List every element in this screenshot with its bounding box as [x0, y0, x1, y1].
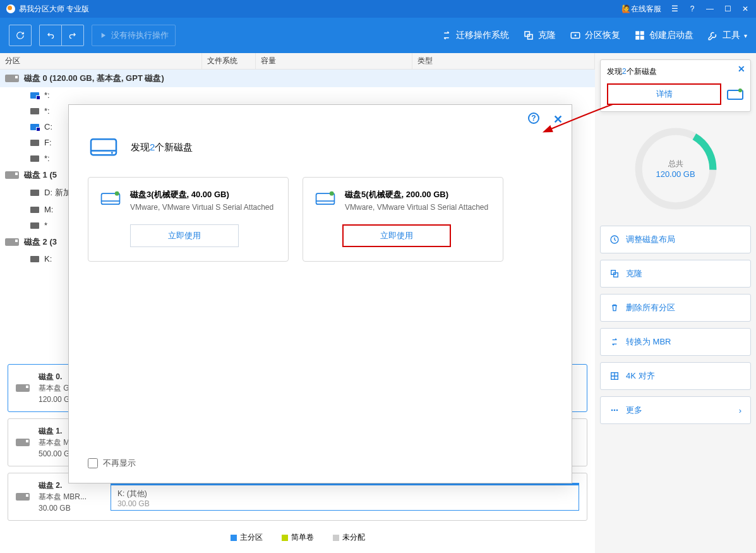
- clone-button[interactable]: 克隆: [523, 30, 556, 41]
- partition-icon: [30, 124, 39, 130]
- partition-icon: [30, 222, 39, 229]
- legend-primary-swatch: [231, 535, 237, 541]
- partition-icon: [30, 108, 39, 114]
- svg-point-20: [111, 152, 113, 154]
- svg-rect-4: [640, 31, 644, 35]
- svg-point-15: [611, 410, 613, 411]
- boot-disk-button[interactable]: 创建启动盘: [634, 30, 693, 41]
- migrate-os-button[interactable]: 迁移操作系统: [441, 30, 509, 41]
- col-type: 类型: [412, 53, 595, 69]
- new-disk-notification: ✕ 发现2个新磁盘 详情: [600, 59, 751, 112]
- more-button[interactable]: 更多 ›: [600, 396, 751, 424]
- drive-icon: [100, 189, 121, 212]
- execute-button[interactable]: 没有待执行操作: [92, 25, 176, 46]
- svg-rect-3: [635, 31, 639, 35]
- clone-disk-button[interactable]: 克隆: [600, 260, 751, 288]
- online-service-link[interactable]: 🙋在线客服: [621, 4, 661, 15]
- disk-name: 磁盘5(机械硬盘, 200.00 GB): [345, 189, 488, 200]
- use-now-button[interactable]: 立即使用: [342, 224, 451, 247]
- 4k-align-button[interactable]: 4K 对齐: [600, 362, 751, 390]
- disk-name: 磁盘3(机械硬盘, 40.00 GB): [130, 189, 273, 200]
- chevron-down-icon: ▾: [744, 32, 747, 39]
- svg-point-23: [115, 191, 119, 196]
- redo-button[interactable]: [61, 25, 84, 46]
- col-partition: 分区: [0, 53, 202, 69]
- app-logo-icon: [6, 4, 15, 13]
- partition-row[interactable]: *:: [0, 87, 595, 103]
- pending-label: 没有待执行操作: [111, 30, 169, 41]
- partition-icon: [30, 92, 39, 99]
- legend-simple-swatch: [282, 535, 288, 541]
- usage-donut: 总共 120.00 GB: [632, 125, 720, 213]
- disk-icon: [5, 75, 19, 82]
- disk-icon: [16, 384, 30, 392]
- legend: 主分区 简单卷 未分配: [8, 527, 587, 548]
- dont-show-label: 不再显示: [103, 458, 136, 469]
- disk-icon: [16, 439, 30, 446]
- undo-button[interactable]: [39, 25, 61, 46]
- partition-icon: [30, 190, 39, 196]
- menu-icon[interactable]: ☰: [670, 4, 679, 13]
- maximize-button[interactable]: ☐: [723, 4, 732, 13]
- svg-rect-6: [640, 36, 644, 40]
- partition-bar[interactable]: K: (其他) 30.00 GB: [111, 483, 579, 511]
- drive-large-icon: [88, 130, 119, 164]
- svg-point-17: [616, 410, 618, 411]
- partition-icon: [30, 155, 39, 162]
- adjust-layout-button[interactable]: 调整磁盘布局: [600, 226, 751, 253]
- tools-button[interactable]: 工具 ▾: [707, 30, 747, 41]
- partition-icon: [30, 256, 39, 262]
- col-capacity: 容量: [256, 53, 412, 69]
- partition-icon: [30, 140, 39, 146]
- new-disk-card: 磁盘5(机械硬盘, 200.00 GB) VMware, VMware Virt…: [303, 177, 503, 262]
- column-headers: 分区 文件系统 容量 类型: [0, 53, 595, 70]
- titlebar: 易我分区大师 专业版 🙋在线客服 ☰ ? — ☐ ✕: [0, 0, 756, 18]
- convert-mbr-button[interactable]: 转换为 MBR: [600, 328, 751, 356]
- disk-row[interactable]: 磁盘 0 (120.00 GB, 基本盘, GPT 磁盘): [0, 70, 595, 87]
- minimize-button[interactable]: —: [705, 4, 714, 13]
- svg-point-26: [330, 191, 334, 196]
- help-icon[interactable]: ?: [688, 4, 697, 13]
- dialog-help-icon[interactable]: ?: [528, 112, 539, 124]
- drive-icon: [315, 189, 336, 212]
- app-title: 易我分区大师 专业版: [19, 4, 89, 15]
- legend-unalloc-swatch: [333, 535, 339, 541]
- disk-icon: [16, 493, 30, 501]
- disk-icon: [5, 171, 19, 179]
- svg-point-16: [614, 410, 616, 411]
- new-disk-dialog: ? ✕ 发现2个新磁盘 磁盘3(机械硬盘, 40.00 GB) VMware, …: [68, 104, 572, 483]
- toolbar: 没有待执行操作 迁移操作系统 克隆 分区恢复 创建启动盘 工具 ▾: [0, 18, 756, 53]
- detail-button[interactable]: 详情: [607, 83, 721, 105]
- dont-show-checkbox[interactable]: [88, 458, 98, 468]
- partition-icon: [30, 207, 39, 213]
- refresh-button[interactable]: [9, 25, 32, 46]
- drive-icon: [726, 87, 744, 102]
- svg-point-8: [738, 88, 742, 92]
- col-filesystem: 文件系统: [202, 53, 256, 69]
- disk-desc: VMware, VMware Virtual S Serial Attached: [130, 203, 273, 212]
- chevron-right-icon: ›: [739, 406, 741, 415]
- close-icon[interactable]: ✕: [738, 64, 745, 74]
- dialog-close-icon[interactable]: ✕: [553, 112, 563, 126]
- new-disk-card: 磁盘3(机械硬盘, 40.00 GB) VMware, VMware Virtu…: [88, 177, 289, 262]
- close-button[interactable]: ✕: [741, 4, 750, 13]
- disk-icon: [5, 238, 19, 246]
- disk-desc: VMware, VMware Virtual S Serial Attached: [345, 203, 488, 212]
- partition-recovery-button[interactable]: 分区恢复: [570, 30, 620, 41]
- svg-rect-5: [635, 36, 639, 40]
- use-now-button[interactable]: 立即使用: [130, 224, 239, 247]
- delete-all-button[interactable]: 删除所有分区: [600, 294, 751, 322]
